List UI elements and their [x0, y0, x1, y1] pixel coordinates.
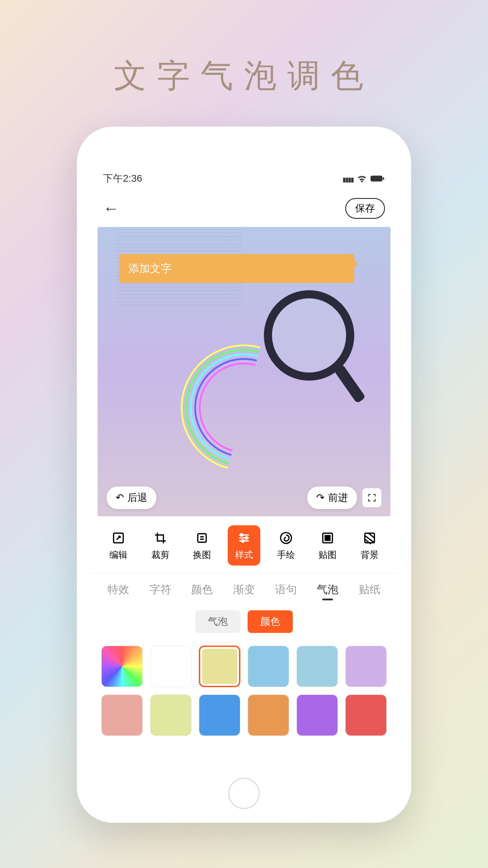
color-swatch-1[interactable] — [150, 646, 192, 687]
color-swatch-11[interactable] — [345, 694, 387, 736]
svg-point-6 — [242, 540, 244, 542]
tab-sticker[interactable]: 贴纸 — [359, 582, 380, 600]
undo-label: 后退 — [127, 491, 147, 505]
status-bar: 下午2:36 — [90, 163, 398, 190]
tool-edit[interactable]: 编辑 — [102, 525, 135, 566]
svg-rect-1 — [383, 177, 384, 180]
color-swatch-10[interactable] — [296, 694, 338, 736]
tab-char[interactable]: 字符 — [150, 582, 171, 600]
color-swatch-8[interactable] — [199, 694, 240, 736]
tool-label: 贴图 — [319, 549, 337, 561]
tool-label: 编辑 — [109, 549, 127, 561]
svg-point-5 — [245, 537, 248, 539]
header-bar: ← 保存 — [90, 190, 398, 227]
draw-icon — [278, 530, 294, 546]
redo-button[interactable]: ↷ 前进 — [307, 486, 357, 509]
status-time: 下午2:36 — [103, 172, 142, 185]
edit-icon — [110, 530, 127, 546]
canvas-controls: ↶ 后退 ↷ 前进 — [98, 486, 390, 509]
svg-rect-0 — [371, 175, 382, 181]
tool-label: 背景 — [361, 549, 379, 561]
tool-label: 裁剪 — [151, 549, 169, 561]
tool-style[interactable]: 样式 — [228, 525, 260, 566]
tool-crop[interactable]: 裁剪 — [144, 525, 177, 566]
subtab-row: 气泡颜色 — [90, 607, 398, 642]
tool-label: 样式 — [235, 549, 253, 561]
tab-gradient[interactable]: 渐变 — [233, 582, 255, 600]
tab-phrase[interactable]: 语句 — [275, 582, 297, 600]
redo-label: 前进 — [328, 491, 348, 505]
signal-icon — [343, 173, 353, 184]
color-swatch-3[interactable] — [248, 646, 289, 687]
tool-label: 手绘 — [277, 549, 295, 561]
page-title: 文字气泡调色 — [0, 0, 488, 98]
color-swatch-4[interactable] — [296, 646, 338, 687]
color-swatch-6[interactable] — [101, 694, 143, 736]
tool-row: 编辑裁剪换图样式手绘贴图背景 — [90, 516, 398, 573]
tool-sticker[interactable]: 贴图 — [311, 525, 344, 566]
tool-swap[interactable]: 换图 — [186, 525, 218, 566]
undo-icon: ↶ — [116, 492, 124, 504]
color-swatch-5[interactable] — [345, 646, 387, 687]
svg-rect-9 — [325, 536, 330, 541]
slinky-illustration — [154, 354, 334, 471]
tool-draw[interactable]: 手绘 — [270, 525, 302, 566]
color-swatch-2[interactable] — [199, 646, 240, 687]
undo-button[interactable]: ↶ 后退 — [107, 486, 156, 509]
style-icon — [236, 530, 252, 546]
swap-icon — [194, 530, 210, 546]
svg-rect-3 — [198, 534, 206, 542]
tab-effect[interactable]: 特效 — [108, 582, 129, 600]
fullscreen-icon — [367, 493, 377, 503]
canvas[interactable]: 添加文字 ↶ 后退 ↷ 前进 — [98, 227, 390, 516]
back-button[interactable]: ← — [103, 199, 119, 218]
subtab-bubble[interactable]: 气泡 — [195, 610, 240, 633]
fullscreen-button[interactable] — [362, 488, 381, 507]
save-button[interactable]: 保存 — [345, 198, 385, 219]
tool-label: 换图 — [193, 549, 211, 561]
bg-icon — [361, 530, 378, 546]
sticker-icon — [319, 530, 336, 546]
tab-row: 特效字符颜色渐变语句气泡贴纸 — [90, 573, 398, 607]
subtab-color[interactable]: 颜色 — [248, 610, 293, 633]
color-grid — [90, 642, 398, 740]
phone-screen: 下午2:36 ← 保存 添加文字 — [90, 163, 398, 773]
tab-color[interactable]: 颜色 — [191, 582, 213, 600]
tool-bg[interactable]: 背景 — [353, 525, 386, 566]
status-icons — [343, 173, 385, 184]
tab-bubble[interactable]: 气泡 — [317, 582, 338, 600]
redo-icon: ↷ — [316, 492, 324, 504]
battery-icon — [371, 175, 385, 182]
text-bubble[interactable]: 添加文字 — [119, 254, 354, 283]
color-swatch-0[interactable] — [101, 646, 143, 687]
phone-frame: 下午2:36 ← 保存 添加文字 — [77, 127, 411, 823]
color-swatch-7[interactable] — [150, 694, 192, 736]
wifi-icon — [357, 175, 367, 183]
crop-icon — [152, 530, 169, 546]
home-button[interactable] — [228, 778, 260, 809]
svg-point-4 — [240, 534, 243, 536]
color-swatch-9[interactable] — [248, 694, 289, 736]
